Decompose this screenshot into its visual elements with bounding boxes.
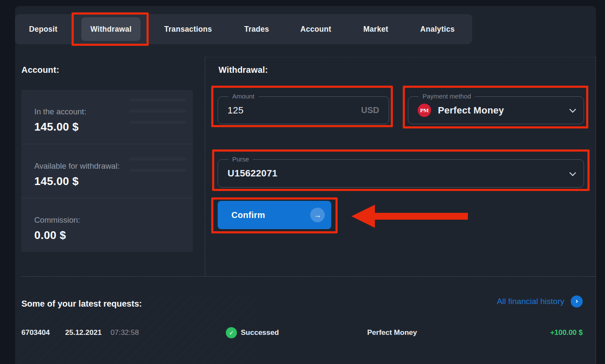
commission-value: 0.00 $ [34, 229, 193, 242]
tab-account[interactable]: Account [291, 18, 340, 41]
tab-deposit[interactable]: Deposit [20, 18, 66, 41]
balance-label: In the account: [34, 107, 193, 116]
chevron-down-icon [569, 106, 576, 113]
perfect-money-icon: PM [418, 104, 431, 117]
annotation-arrow-left-icon [349, 203, 469, 230]
panel-divider-right [596, 57, 596, 363]
requests-heading: Some of your latest requests: [21, 299, 142, 309]
payment-method-value: Perfect Money [438, 105, 504, 116]
currency-label: USD [361, 105, 379, 115]
request-row[interactable]: 6703404 25.12.2021 07:32:58 ✓ Successed … [0, 326, 605, 339]
available-label: Available for withdrawal: [34, 161, 193, 171]
purse-value: U15622071 [228, 168, 277, 179]
arrow-right-icon: → [310, 208, 325, 222]
top-nav: Deposit Withdrawal Transactions Trades A… [15, 14, 472, 44]
withdrawal-heading: Withdrawal: [219, 65, 268, 75]
account-heading: Account: [21, 65, 59, 75]
available-value: 145.00 $ [34, 175, 193, 188]
balance-row: In the account: 145.00 $ [21, 90, 193, 144]
account-card: In the account: 145.00 $ Available for w… [21, 90, 193, 252]
chevron-right-icon: › [571, 295, 583, 307]
purse-select[interactable]: Purse U15622071 [218, 159, 584, 188]
section-divider-horizontal [21, 276, 596, 277]
confirm-button-label: Confirm [231, 210, 265, 220]
amount-field-inner: USD [218, 97, 389, 124]
tab-transactions[interactable]: Transactions [155, 18, 221, 41]
commission-label: Commission: [34, 215, 193, 225]
available-row: Available for withdrawal: 145.00 $ [21, 144, 193, 198]
confirm-button[interactable]: Confirm → [218, 201, 331, 229]
withdrawal-page: Deposit Withdrawal Transactions Trades A… [0, 0, 605, 364]
all-financial-history-link[interactable]: All financial history › [497, 295, 583, 307]
request-method: Perfect Money [367, 328, 417, 337]
tab-trades[interactable]: Trades [235, 18, 278, 41]
request-status-label: Successed [241, 328, 279, 337]
request-time: 07:32:58 [111, 328, 139, 337]
amount-input[interactable] [228, 105, 339, 116]
request-amount: +100.00 $ [550, 328, 583, 337]
payment-method-inner: PM Perfect Money [408, 97, 584, 124]
tab-market[interactable]: Market [354, 18, 397, 41]
amount-field[interactable]: Amount USD [218, 96, 389, 124]
panel-divider-vertical [205, 57, 205, 276]
panel-divider-top [205, 57, 596, 57]
request-status: ✓ Successed [226, 327, 279, 338]
commission-row: Commission: 0.00 $ [21, 198, 193, 252]
tab-withdrawal[interactable]: Withdrawal [81, 18, 141, 41]
all-financial-history-label: All financial history [497, 297, 564, 306]
request-id: 6703404 [21, 328, 50, 337]
chevron-down-icon [569, 169, 576, 176]
success-check-icon: ✓ [226, 327, 237, 338]
payment-method-select[interactable]: Payment method PM Perfect Money [408, 96, 584, 124]
request-date: 25.12.2021 [65, 328, 102, 337]
balance-value: 145.00 $ [34, 120, 193, 134]
tab-analytics[interactable]: Analytics [411, 18, 464, 41]
purse-inner: U15622071 [218, 160, 584, 187]
